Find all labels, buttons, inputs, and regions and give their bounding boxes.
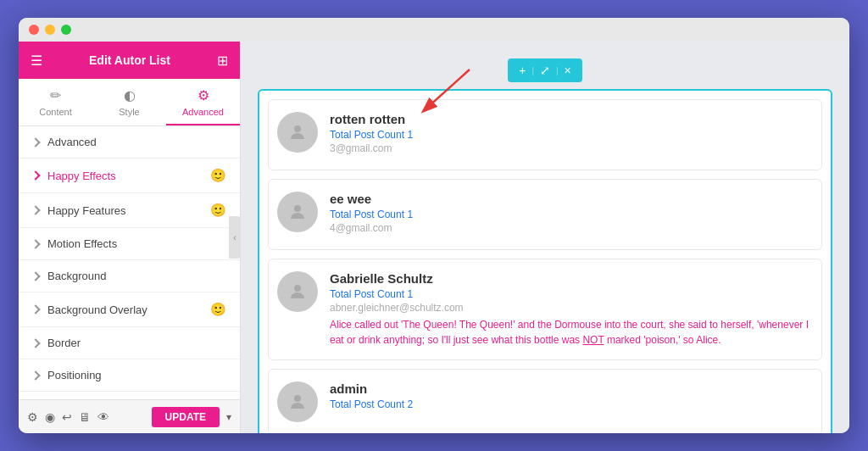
widget-toolbar: + | ⤢ | × [258, 58, 832, 82]
post-count-label-1: Total Post Count [330, 209, 404, 220]
main-content: ☰ Edit Autor List ⊞ ✏ Content ◐ Style [19, 42, 849, 433]
author-card-3: admin Total Post Count 2 [268, 369, 822, 433]
happy-effects-badge: 🙂 [210, 168, 226, 183]
avatar-0 [277, 112, 318, 153]
move-widget-button[interactable]: ⤢ [536, 62, 554, 79]
sidebar-item-happy-features[interactable]: Happy Features 🙂 [19, 193, 240, 228]
post-count-value-2: 1 [407, 288, 413, 300]
hamburger-icon[interactable]: ☰ [31, 53, 42, 69]
author-name-3: admin [330, 381, 813, 396]
sidebar-item-advanced[interactable]: Advanced [19, 126, 240, 159]
author-name-2: Gabrielle Schultz [330, 271, 813, 286]
svg-point-0 [294, 125, 301, 132]
author-info-2: Gabrielle Schultz Total Post Count 1 abn… [330, 271, 813, 348]
collapse-handle[interactable]: ‹ [229, 216, 241, 259]
tab-content-label: Content [39, 107, 72, 117]
grid-icon[interactable]: ⊞ [217, 53, 228, 69]
content-area: + | ⤢ | × rotten rotten To [241, 42, 849, 433]
maximize-dot[interactable] [61, 25, 71, 35]
author-card-1: ee wee Total Post Count 1 4@gmail.com [268, 179, 822, 250]
window: ☰ Edit Autor List ⊞ ✏ Content ◐ Style [19, 18, 849, 433]
tab-style[interactable]: ◐ Style [92, 79, 166, 125]
background-overlay-badge: 🙂 [210, 302, 226, 317]
author-card-0: rotten rotten Total Post Count 1 3@gmail… [268, 99, 822, 170]
author-email-0: 3@gmail.com [330, 142, 813, 154]
post-count-label-2: Total Post Count [330, 288, 404, 300]
post-count-value-3: 2 [407, 398, 413, 410]
chevron-icon-bg [31, 271, 40, 281]
item-border-label: Border [47, 337, 226, 349]
chevron-icon-effects [31, 170, 40, 180]
sidebar-title: Edit Autor List [51, 53, 209, 67]
post-count-2: Total Post Count 1 [330, 288, 813, 300]
close-widget-button[interactable]: × [560, 62, 576, 79]
content-icon: ✏ [50, 87, 61, 103]
post-count-label-0: Total Post Count [330, 129, 404, 141]
sidebar-items: Advanced Happy Effects 🙂 Happy Features … [19, 126, 240, 399]
author-name-0: rotten rotten [330, 112, 813, 126]
author-name-1: ee wee [330, 192, 813, 206]
minimize-dot[interactable] [45, 25, 55, 35]
author-email-1: 4@gmail.com [330, 222, 813, 234]
happy-features-badge: 🙂 [210, 203, 226, 218]
collapse-arrow: ‹ [233, 233, 236, 242]
author-cards-container: rotten rotten Total Post Count 1 3@gmail… [258, 89, 832, 433]
post-count-0: Total Post Count 1 [330, 129, 813, 141]
item-motion-effects-label: Motion Effects [47, 237, 226, 250]
author-bio-2: Alice called out 'The Queen! The Queen!'… [330, 317, 813, 348]
not-marked-text: NOT [582, 334, 604, 346]
update-button[interactable]: UPDATE [152, 407, 220, 427]
titlebar [19, 18, 849, 42]
sidebar-item-happy-effects[interactable]: Happy Effects 🙂 [19, 159, 240, 193]
sidebar-item-positioning[interactable]: Positioning [19, 359, 240, 392]
author-info-3: admin Total Post Count 2 [330, 381, 813, 412]
author-card-2: Gabrielle Schultz Total Post Count 1 abn… [268, 259, 822, 360]
post-count-label-3: Total Post Count [330, 398, 404, 410]
post-count-1: Total Post Count 1 [330, 209, 813, 220]
author-info-1: ee wee Total Post Count 1 4@gmail.com [330, 192, 813, 237]
sidebar-bottom: ⚙ ◉ ↩ 🖥 👁 UPDATE ▾ [19, 399, 240, 433]
chevron-icon-motion [31, 239, 40, 248]
advanced-icon: ⚙ [198, 87, 209, 103]
sidebar-item-motion-effects[interactable]: Motion Effects [19, 228, 240, 260]
item-background-label: Background [47, 270, 226, 282]
tab-advanced[interactable]: ⚙ Advanced [166, 79, 240, 125]
sidebar-wrapper: ☰ Edit Autor List ⊞ ✏ Content ◐ Style [19, 42, 241, 433]
tab-style-label: Style [119, 107, 139, 117]
avatar-3 [277, 381, 318, 422]
item-happy-features-label: Happy Features [47, 204, 210, 217]
tab-content[interactable]: ✏ Content [19, 79, 92, 125]
post-count-value-1: 1 [407, 209, 413, 220]
chevron-icon-border [31, 338, 40, 348]
update-chevron[interactable]: ▾ [226, 411, 231, 423]
post-count-3: Total Post Count 2 [330, 398, 813, 410]
sidebar-item-background-overlay[interactable]: Background Overlay 🙂 [19, 292, 240, 327]
sidebar-item-background[interactable]: Background [19, 260, 240, 292]
history-icon[interactable]: ↩ [62, 410, 72, 424]
post-count-value-0: 1 [407, 129, 413, 141]
tab-advanced-label: Advanced [182, 107, 224, 117]
svg-point-3 [294, 395, 301, 402]
chevron-icon [31, 137, 40, 147]
item-happy-effects-label: Happy Effects [47, 170, 210, 182]
item-advanced-label: Advanced [47, 136, 226, 148]
layers-icon[interactable]: ◉ [45, 410, 55, 424]
chevron-icon-features [31, 205, 40, 214]
settings-icon[interactable]: ⚙ [27, 410, 38, 424]
chevron-icon-positioning [31, 370, 40, 380]
svg-point-1 [294, 205, 301, 212]
style-icon: ◐ [124, 87, 136, 103]
avatar-1 [277, 192, 318, 232]
item-positioning-label: Positioning [47, 369, 226, 381]
widget-toolbar-inner: + | ⤢ | × [508, 58, 582, 82]
svg-point-2 [294, 285, 301, 292]
author-info-0: rotten rotten Total Post Count 1 3@gmail… [330, 112, 813, 158]
sidebar-header: ☰ Edit Autor List ⊞ [19, 42, 240, 79]
preview-icon[interactable]: 👁 [97, 410, 109, 424]
sidebar-item-responsive[interactable]: Responsive [19, 392, 240, 399]
add-widget-button[interactable]: + [515, 62, 530, 79]
desktop-icon[interactable]: 🖥 [79, 410, 91, 424]
sidebar-item-border[interactable]: Border [19, 327, 240, 359]
close-dot[interactable] [29, 25, 39, 35]
avatar-2 [277, 271, 318, 312]
